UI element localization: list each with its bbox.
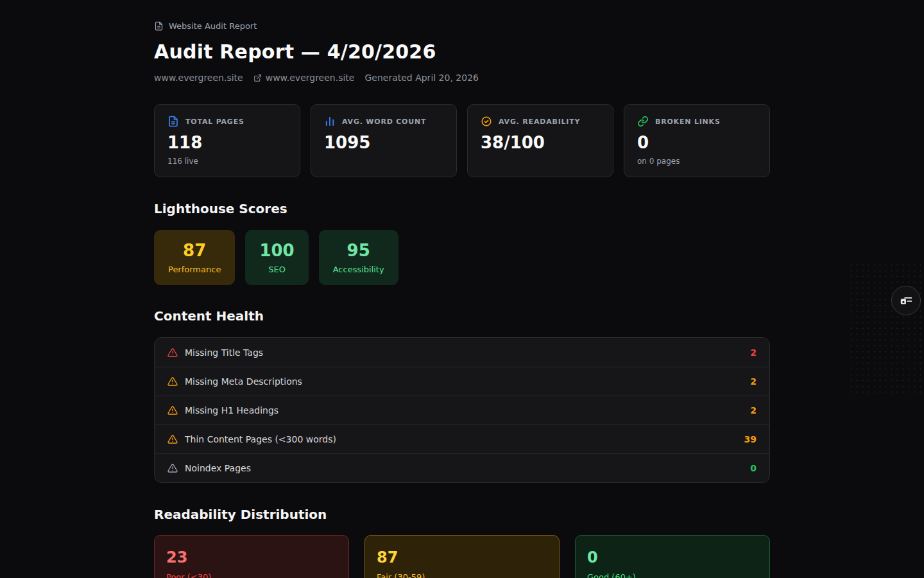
- lighthouse-label: SEO: [259, 265, 294, 274]
- stat-value: 38/100: [481, 133, 600, 152]
- stat-label: BROKEN LINKS: [655, 118, 721, 126]
- health-label: Missing Title Tags: [185, 347, 263, 358]
- readability-card-poor: 23 Poor (<30): [154, 535, 349, 578]
- lighthouse-card-seo: 100 SEO: [245, 230, 308, 285]
- warning-triangle-icon: [167, 376, 178, 387]
- readability-label: Poor (<30): [166, 572, 337, 578]
- stat-sub: on 0 pages: [637, 157, 757, 166]
- lighthouse-section: Lighthouse Scores 87 Performance 100 SEO…: [154, 201, 770, 285]
- generated-date: Generated April 20, 2026: [364, 73, 479, 83]
- site-link-label: www.evergreen.site: [266, 73, 355, 83]
- stat-label: AVG. WORD COUNT: [342, 118, 426, 126]
- report-meta: www.evergreen.site www.evergreen.site Ge…: [154, 73, 770, 83]
- lighthouse-label: Accessibility: [333, 265, 384, 274]
- lighthouse-heading: Lighthouse Scores: [154, 201, 770, 216]
- health-label: Missing H1 Headings: [185, 405, 278, 416]
- content-health-list: Missing Title Tags 2 Missing Meta Descri…: [154, 337, 770, 483]
- stat-card-avg-word-count: AVG. WORD COUNT 1095: [311, 104, 457, 177]
- readability-card-good: 0 Good (60+): [575, 535, 770, 578]
- lighthouse-score: 87: [168, 241, 221, 260]
- stat-card-avg-readability: AVG. READABILITY 38/100: [467, 104, 613, 177]
- lighthouse-label: Performance: [168, 265, 221, 274]
- warning-triangle-icon: [167, 434, 178, 444]
- health-row-missing-title-tags: Missing Title Tags 2: [155, 338, 769, 367]
- form-list-icon: [899, 293, 913, 308]
- stat-label: AVG. READABILITY: [499, 118, 580, 126]
- site-name: www.evergreen.site: [154, 73, 243, 83]
- check-circle-icon: [481, 116, 492, 127]
- health-label: Noindex Pages: [185, 463, 251, 473]
- health-count: 2: [750, 347, 757, 358]
- document-icon: [154, 21, 164, 31]
- stat-card-broken-links: BROKEN LINKS 0 on 0 pages: [624, 104, 770, 177]
- lighthouse-cards: 87 Performance 100 SEO 95 Accessibility: [154, 230, 770, 285]
- content-health-section: Content Health Missing Title Tags 2 Miss…: [154, 308, 770, 483]
- lighthouse-score: 95: [333, 241, 384, 260]
- health-row-missing-h1-headings: Missing H1 Headings 2: [155, 396, 769, 425]
- stat-value: 1095: [324, 133, 443, 152]
- health-row-missing-meta-descriptions: Missing Meta Descriptions 2: [155, 367, 769, 396]
- warning-triangle-icon: [167, 405, 178, 416]
- feedback-widget-button[interactable]: [891, 286, 921, 315]
- audit-report-page: Website Audit Report Audit Report — 4/20…: [154, 0, 770, 578]
- lighthouse-card-accessibility: 95 Accessibility: [319, 230, 398, 285]
- health-count: 39: [744, 434, 757, 444]
- health-row-thin-content-pages: Thin Content Pages (<300 words) 39: [155, 425, 769, 453]
- content-health-heading: Content Health: [154, 308, 770, 324]
- health-count: 2: [750, 405, 757, 416]
- dot-pattern-decoration: [848, 262, 924, 397]
- document-icon: [167, 116, 179, 127]
- link-icon: [637, 116, 649, 127]
- health-label: Thin Content Pages (<300 words): [185, 434, 336, 444]
- stat-card-total-pages: TOTAL PAGES 118 116 live: [154, 104, 300, 177]
- lighthouse-score: 100: [259, 241, 294, 260]
- stat-value: 0: [637, 133, 757, 152]
- readability-value: 0: [587, 548, 758, 566]
- lighthouse-card-performance: 87 Performance: [154, 230, 235, 285]
- health-row-noindex-pages: Noindex Pages 0: [155, 453, 769, 482]
- stat-sub: 116 live: [167, 157, 287, 166]
- page-title: Audit Report — 4/20/2026: [154, 40, 770, 63]
- readability-label: Fair (30-59): [377, 572, 547, 578]
- readability-section: Readability Distribution 23 Poor (<30) 8…: [154, 507, 770, 578]
- health-label: Missing Meta Descriptions: [185, 376, 302, 387]
- readability-value: 23: [166, 548, 337, 566]
- breadcrumb: Website Audit Report: [154, 21, 770, 31]
- stat-cards: TOTAL PAGES 118 116 live AVG. WORD COUNT…: [154, 104, 770, 177]
- health-count: 0: [750, 463, 757, 473]
- readability-card-fair: 87 Fair (30-59): [364, 535, 560, 578]
- eyebrow-label: Website Audit Report: [169, 21, 257, 31]
- readability-label: Good (60+): [587, 572, 758, 578]
- health-count: 2: [750, 376, 757, 387]
- readability-heading: Readability Distribution: [154, 507, 770, 522]
- site-link[interactable]: www.evergreen.site: [253, 73, 355, 83]
- external-link-icon: [253, 74, 262, 82]
- readability-cards: 23 Poor (<30) 87 Fair (30-59) 0 Good (60…: [154, 535, 770, 578]
- stat-label: TOTAL PAGES: [185, 118, 244, 126]
- stat-value: 118: [167, 133, 287, 152]
- readability-value: 87: [377, 548, 547, 566]
- bar-chart-icon: [324, 116, 336, 127]
- warning-triangle-icon: [167, 347, 178, 358]
- warning-triangle-icon: [167, 463, 178, 473]
